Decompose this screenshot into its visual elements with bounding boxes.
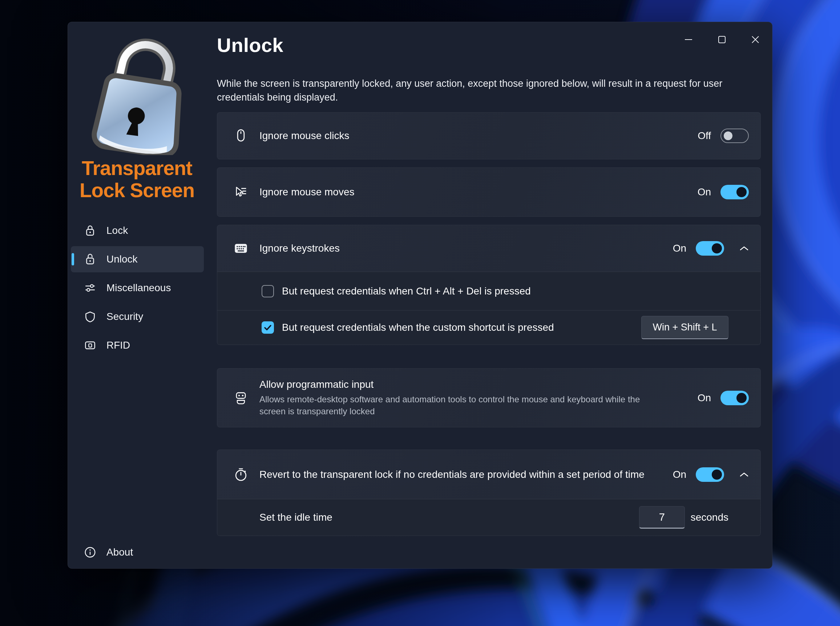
info-icon [84,546,96,559]
sidebar-item-security[interactable]: Security [71,304,204,330]
sidebar-item-unlock[interactable]: Unlock [71,246,204,272]
chevron-up-icon [740,472,749,477]
sidebar: Transparent Lock Screen Lock [68,22,212,568]
setting-label: Ignore keystrokes [259,243,340,254]
idle-time-unit: seconds [691,512,729,523]
sidebar-item-label: Security [107,311,143,322]
sub-setting-row: But request credentials when the custom … [217,310,760,344]
ignore-keystrokes-toggle[interactable] [696,241,724,256]
sidebar-item-label: RFID [107,340,130,351]
setting-label: Ignore mouse clicks [259,130,349,142]
lock-icon [84,224,96,237]
rfid-card-icon [84,339,96,352]
app-window: Transparent Lock Screen Lock [67,22,773,569]
setting-label: Revert to the transparent lock if no cre… [259,469,644,480]
app-logo-lock-icon [83,31,196,155]
toggle-state-label: Off [697,130,711,142]
toggle-knob [737,393,747,403]
app-logo-text: Transparent Lock Screen [68,157,206,202]
sidebar-nav: Lock Unlock Miscellaneous [71,218,204,361]
sidebar-item-rfid[interactable]: RFID [71,332,204,358]
toggle-knob [737,187,747,197]
sidebar-item-lock[interactable]: Lock [71,218,204,244]
setting-card-ignore-mouse-clicks: Ignore mouse clicks Off [217,112,761,160]
cursor-move-icon [233,185,249,200]
ctrl-alt-del-checkbox[interactable] [262,285,274,297]
toggle-state-label: On [697,186,711,198]
sliders-icon [84,282,96,294]
chevron-up-icon [740,246,749,251]
setting-row: Allow programmatic input Allows remote-d… [217,369,760,427]
unlock-icon [84,253,96,265]
custom-shortcut-button[interactable]: Win + Shift + L [641,316,729,339]
setting-label: Ignore mouse moves [259,186,354,198]
logo-line1: Transparent [68,157,206,179]
toggle-state-label: On [673,243,686,254]
checkmark-icon [264,324,272,331]
setting-label: Allow programmatic input [259,379,659,390]
toggle-state-label: On [697,392,711,404]
sidebar-item-label: About [107,546,133,558]
logo-line2: Lock Screen [68,179,206,202]
programmatic-input-toggle[interactable] [721,391,749,405]
expander-header[interactable]: Ignore keystrokes On [217,225,760,272]
custom-shortcut-checkbox[interactable] [262,321,274,334]
selected-indicator [72,253,74,265]
shield-icon [84,310,96,323]
revert-lock-toggle[interactable] [696,467,724,482]
robot-icon [233,390,249,405]
setting-row: Ignore mouse moves On [217,168,760,216]
setting-card-ignore-keystrokes: Ignore keystrokes On But request credent… [217,225,761,345]
timer-icon [233,467,249,482]
setting-row: Ignore mouse clicks Off [217,113,760,159]
sidebar-item-label: Miscellaneous [107,282,171,294]
toggle-knob [712,470,722,480]
toggle-state-label: On [673,469,686,480]
keyboard-icon [233,241,249,256]
expander-header[interactable]: Revert to the transparent lock if no cre… [217,450,760,499]
mouse-icon [233,128,249,144]
page-description: While the screen is transparently locked… [217,77,748,104]
checkbox-label: But request credentials when Ctrl + Alt … [282,285,531,297]
settings-content: Unlock While the screen is transparently… [217,22,761,536]
setting-description: Allows remote-desktop software and autom… [259,393,659,417]
sidebar-item-label: Unlock [107,254,138,265]
sidebar-item-about[interactable]: About [71,539,204,565]
setting-card-programmatic-input: Allow programmatic input Allows remote-d… [217,368,761,427]
checkbox-label: But request credentials when the custom … [282,322,554,333]
collapse-chevron[interactable] [732,246,749,251]
sidebar-item-miscellaneous[interactable]: Miscellaneous [71,275,204,301]
idle-time-input[interactable] [639,506,685,529]
setting-card-revert-lock: Revert to the transparent lock if no cre… [217,449,761,536]
ignore-mouse-clicks-toggle[interactable] [721,128,749,143]
sidebar-item-label: Lock [107,225,128,236]
sub-setting-row: Set the idle time seconds [217,499,760,535]
page-title: Unlock [217,33,761,57]
collapse-chevron[interactable] [732,472,749,477]
sub-setting-row: But request credentials when Ctrl + Alt … [217,272,760,310]
ignore-mouse-moves-toggle[interactable] [721,185,749,199]
toggle-knob [712,243,722,254]
toggle-knob [724,131,732,140]
setting-label: Set the idle time [259,512,332,523]
setting-card-ignore-mouse-moves: Ignore mouse moves On [217,167,761,217]
